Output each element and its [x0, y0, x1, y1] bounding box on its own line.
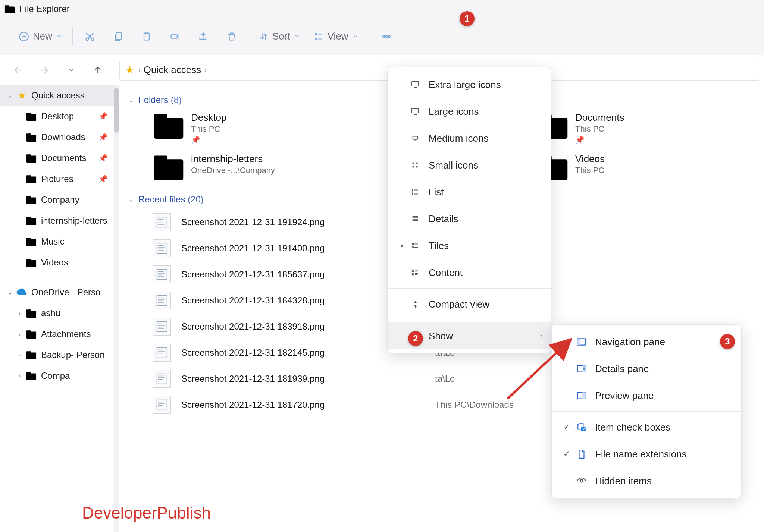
check-icon: ✓	[560, 422, 573, 432]
eye-icon	[573, 477, 590, 485]
share-button[interactable]	[189, 25, 217, 48]
folder-tile[interactable]: Documents This PC 📌	[537, 112, 705, 144]
more-button[interactable]	[372, 25, 401, 48]
show-menu-item[interactable]: ✓ File name extensions	[552, 441, 741, 468]
separator	[388, 288, 551, 289]
recent-locations-button[interactable]	[62, 61, 80, 79]
sidebar-item[interactable]: Company	[0, 189, 119, 210]
menu-item-label: List	[429, 186, 444, 198]
navigation-row: ★ › Quick access ›	[0, 55, 764, 85]
up-button[interactable]	[89, 61, 107, 79]
scrollbar[interactable]	[114, 85, 119, 532]
folder-icon	[25, 195, 37, 205]
svg-point-10	[315, 38, 317, 40]
svg-line-44	[507, 339, 571, 399]
sidebar-item[interactable]: › Attachments	[0, 324, 119, 344]
sidebar-item[interactable]: Documents 📌	[0, 148, 119, 169]
folder-icon	[153, 153, 184, 180]
view-menu-item[interactable]: Details	[388, 205, 551, 232]
view-menu-item[interactable]: • Tiles	[388, 232, 551, 259]
svg-rect-18	[157, 322, 167, 332]
file-thumbnail-icon	[153, 292, 171, 309]
chevron-down-icon	[352, 31, 359, 42]
sidebar-item-label: Attachments	[41, 329, 91, 339]
scrollbar-thumb[interactable]	[114, 88, 119, 133]
folder-icon	[153, 112, 184, 139]
monitor-icon	[408, 80, 423, 89]
folder-name: Documents	[575, 112, 624, 123]
chevron-right-icon: ›	[15, 309, 24, 317]
sidebar-item[interactable]: Videos	[0, 252, 119, 273]
folder-icon	[25, 308, 37, 318]
delete-button[interactable]	[217, 25, 246, 48]
file-thumbnail-icon	[153, 239, 171, 257]
sidebar-item[interactable]: Desktop 📌	[0, 106, 119, 127]
cut-button[interactable]	[76, 25, 104, 48]
sidebar-item[interactable]: internship-letters	[0, 210, 119, 231]
svg-rect-14	[157, 217, 167, 227]
sidebar-item[interactable]: Pictures 📌	[0, 169, 119, 189]
svg-point-33	[412, 247, 414, 248]
sidebar-item[interactable]: › ashu	[0, 303, 119, 324]
new-button[interactable]: New	[12, 25, 69, 48]
view-menu-item[interactable]: Medium icons	[388, 125, 551, 152]
sidebar-item-label: Documents	[41, 153, 86, 163]
view-menu-item[interactable]: Extra large icons	[388, 71, 551, 98]
checkbox-icon	[573, 423, 590, 432]
check-icon: ✓	[560, 449, 573, 459]
view-menu-item[interactable]: Content	[388, 259, 551, 286]
view-menu-item[interactable]: Small icons	[388, 152, 551, 179]
view-button[interactable]: View	[307, 25, 366, 48]
section-label: Recent files	[138, 194, 185, 205]
sidebar-item-label: Company	[41, 195, 79, 205]
forward-button[interactable]	[35, 61, 53, 79]
file-thumbnail-icon	[153, 370, 171, 388]
copy-button[interactable]	[104, 25, 132, 48]
paste-button[interactable]	[132, 25, 161, 48]
app-icon	[4, 4, 15, 13]
folder-tile[interactable]: Desktop This PC 📌	[153, 112, 321, 144]
breadcrumb[interactable]: Quick access	[144, 64, 201, 76]
sidebar-item-label: Downloads	[41, 132, 85, 142]
sidebar-item-label: Quick access	[31, 90, 85, 101]
sidebar-item-onedrive[interactable]: ⌄ OneDrive - Perso	[0, 282, 119, 303]
pin-icon: 📌	[575, 135, 624, 144]
monitor-icon	[408, 107, 423, 116]
sidebar-item[interactable]: › Backup- Person	[0, 344, 119, 365]
folder-icon	[25, 257, 37, 268]
view-label: View	[328, 31, 348, 42]
file-name: Screenshot 2021-12-31 181939.png	[181, 374, 435, 384]
menu-item-label: Extra large icons	[429, 79, 501, 91]
toolbar: New Sort View	[0, 18, 764, 55]
svg-rect-27	[413, 166, 414, 168]
folder-tile[interactable]: Videos This PC	[537, 153, 705, 180]
sidebar-item-label: Videos	[41, 257, 68, 268]
sidebar-item[interactable]: Downloads 📌	[0, 127, 119, 148]
folder-icon	[25, 350, 37, 360]
svg-point-32	[412, 243, 414, 245]
sidebar-item-quick-access[interactable]: ⌄ ★ Quick access	[0, 85, 119, 106]
rename-button[interactable]	[161, 25, 189, 48]
pin-icon: 📌	[98, 154, 108, 163]
svg-rect-28	[416, 166, 418, 168]
svg-point-13	[388, 35, 390, 37]
folder-location: This PC	[191, 124, 226, 134]
svg-rect-15	[157, 243, 167, 254]
show-menu-item[interactable]: ✓ Item check boxes	[552, 414, 741, 441]
chevron-right-icon: ›	[138, 66, 141, 74]
sidebar-item[interactable]: Music	[0, 231, 119, 252]
menu-item-label: Medium icons	[429, 133, 488, 144]
view-menu-compact[interactable]: Compact view	[388, 291, 551, 318]
show-menu-item[interactable]: Hidden items	[552, 468, 741, 494]
svg-rect-41	[582, 392, 586, 399]
view-menu-item[interactable]: Large icons	[388, 98, 551, 125]
folder-tile[interactable]: internship-letters OneDrive -...\Company	[153, 153, 321, 180]
view-menu-item[interactable]: List	[388, 179, 551, 205]
svg-rect-25	[413, 163, 414, 164]
sidebar-item[interactable]: › Compa	[0, 365, 119, 386]
compact-icon	[408, 300, 423, 309]
folder-icon	[25, 174, 37, 184]
back-button[interactable]	[9, 61, 27, 79]
menu-item-label: Tiles	[429, 240, 449, 252]
sort-button[interactable]: Sort	[252, 25, 307, 48]
